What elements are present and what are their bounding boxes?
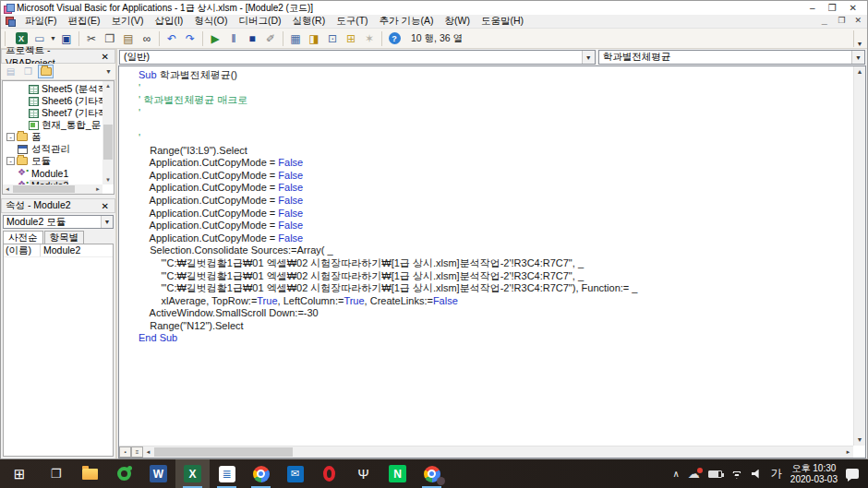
toolbar-options-button[interactable]: ▼ — [853, 30, 865, 47]
project-tree-vscrollbar[interactable]: ▲ ▼ — [102, 81, 114, 184]
menu-item[interactable]: 보기(V) — [105, 15, 149, 28]
find-icon[interactable]: ∞ — [138, 30, 156, 47]
scroll-down-icon[interactable]: ▼ — [102, 175, 114, 184]
scroll-up-icon[interactable]: ▲ — [854, 66, 865, 77]
battery-icon[interactable] — [708, 470, 722, 478]
menu-item[interactable]: 도움말(H) — [476, 15, 529, 28]
break-icon[interactable]: ‖ — [224, 30, 243, 47]
project-explorer-icon[interactable]: ▦ — [286, 30, 305, 47]
child-minimize-button[interactable]: ＿ — [820, 16, 828, 28]
menu-item[interactable]: 추가 기능(A) — [374, 15, 440, 28]
project-panel-titlebar[interactable]: 프로젝트 - VBAProject ✕ — [1, 49, 115, 64]
reset-icon[interactable]: ■ — [243, 30, 261, 47]
tree-item-Module1[interactable]: Module1 — [3, 167, 102, 179]
tree-item-현재_통합_문[interactable]: 현재_통합_문 — [3, 119, 102, 131]
ime-indicator[interactable]: 가 — [771, 466, 782, 482]
project-toolbar-overflow-icon[interactable]: ▼ — [105, 68, 114, 75]
scroll-up-icon[interactable]: ▲ — [102, 81, 114, 90]
minimize-button[interactable]: – — [810, 3, 815, 13]
help-icon[interactable]: ? — [385, 30, 404, 47]
redo-icon[interactable]: ↷ — [181, 30, 199, 47]
properties-panel-close-icon[interactable]: ✕ — [100, 201, 111, 211]
procedure-view-button[interactable]: ▪ — [119, 446, 131, 458]
cloud-sync-icon[interactable]: ☁ — [688, 467, 700, 481]
chevron-down-icon[interactable]: ▼ — [851, 51, 864, 64]
docs-app-icon[interactable]: ≣ — [210, 459, 244, 488]
recorder-app-icon[interactable] — [107, 459, 141, 488]
tree-item-Sheet6-(기타작[interactable]: Sheet6 (기타작 — [3, 95, 102, 107]
close-button[interactable]: ✕ — [850, 3, 857, 13]
code-line: Application.CutCopyMode = False — [139, 170, 853, 183]
tree-item-성적관리[interactable]: 성적관리 — [3, 143, 102, 155]
scroll-right-icon[interactable]: ► — [843, 446, 853, 458]
properties-object-select[interactable]: Module2 모듈 ▼ — [3, 215, 114, 229]
tree-item-폼[interactable]: -폼 — [3, 131, 102, 143]
restore-button[interactable]: ❐ — [828, 3, 837, 13]
properties-panel-titlebar[interactable]: 속성 - Module2 ✕ — [1, 198, 115, 213]
object-browser-icon[interactable]: ⊡ — [323, 30, 342, 47]
volume-icon[interactable] — [752, 470, 763, 479]
scroll-down-icon[interactable]: ▼ — [854, 434, 865, 446]
action-center-icon[interactable] — [846, 469, 859, 479]
toolbox-icon[interactable]: ⊞ — [342, 30, 360, 47]
mic-app-icon[interactable]: Ψ — [346, 459, 380, 488]
tree-item-모듈[interactable]: -모듈 — [3, 155, 102, 167]
undo-icon[interactable]: ↶ — [163, 30, 181, 47]
hidden-icons-chevron[interactable]: ∧ — [673, 469, 680, 479]
run-icon[interactable]: ▶ — [206, 30, 224, 47]
tree-item-label: Sheet7 (기타작 — [40, 107, 102, 119]
naver-app-icon[interactable]: N — [380, 459, 415, 488]
menu-item[interactable]: 삽입(I) — [149, 15, 188, 28]
menu-item[interactable]: 창(W) — [440, 15, 476, 28]
property-row[interactable]: (이름) Module2 — [4, 244, 113, 257]
opera-icon[interactable] — [312, 459, 346, 488]
menu-item[interactable]: 형식(O) — [188, 15, 233, 28]
task-view-button[interactable]: ❐ — [39, 459, 73, 488]
file-explorer-icon[interactable] — [73, 459, 107, 488]
menu-item[interactable]: 디버그(D) — [234, 15, 287, 28]
view-code-icon[interactable]: ▤ — [3, 65, 18, 78]
child-restore-button[interactable]: ❐ — [838, 16, 845, 28]
mail-icon[interactable]: ✉ — [278, 459, 312, 488]
chevron-down-icon[interactable]: ▼ — [582, 51, 595, 64]
paste-icon[interactable]: ▤ — [119, 30, 138, 47]
code-hscrollbar[interactable]: ◄ ► — [143, 446, 853, 458]
copy-icon[interactable]: ❐ — [101, 30, 119, 47]
scroll-left-icon[interactable]: ◄ — [3, 184, 12, 194]
control-wizard-icon[interactable]: ✶ — [360, 30, 379, 47]
chevron-down-icon[interactable]: ▼ — [49, 35, 57, 42]
code-vscrollbar[interactable]: ▲ ▼ — [853, 66, 865, 446]
menu-item[interactable]: 편집(E) — [62, 15, 105, 28]
menu-item[interactable]: 도구(T) — [331, 15, 373, 28]
properties-window-icon[interactable]: ◨ — [305, 30, 323, 47]
start-button[interactable]: ⊞ — [0, 459, 39, 488]
object-dropdown[interactable]: (일반) ▼ — [119, 50, 596, 65]
collapse-icon[interactable]: - — [6, 157, 15, 165]
project-tree-hscrollbar[interactable]: ◄ ► — [3, 184, 102, 194]
chevron-down-icon[interactable]: ▼ — [101, 216, 113, 228]
full-module-view-button[interactable]: ≡ — [131, 446, 143, 458]
tab-categorized[interactable]: 항목별 — [44, 231, 85, 244]
tab-alphabetic[interactable]: 사전순 — [3, 231, 43, 244]
chrome-profile-icon[interactable] — [415, 459, 449, 488]
excel-icon[interactable]: X — [175, 459, 210, 488]
menu-item[interactable]: 파일(F) — [19, 15, 62, 28]
code-text[interactable]: Sub 학과별전체평균()'' 학과별전체평균 매크로' ' Range("I3… — [119, 67, 853, 445]
collapse-icon[interactable]: - — [6, 133, 15, 141]
design-mode-icon[interactable]: ✐ — [261, 30, 280, 47]
procedure-dropdown[interactable]: 학과별전체평균 ▼ — [598, 50, 865, 65]
code-editor[interactable]: Sub 학과별전체평균()'' 학과별전체평균 매크로' ' Range("I3… — [118, 65, 866, 458]
tree-item-Sheet7-(기타작[interactable]: Sheet7 (기타작 — [3, 107, 102, 119]
menu-item[interactable]: 실행(R) — [287, 15, 332, 28]
wifi-icon[interactable] — [730, 469, 743, 479]
chrome-icon[interactable] — [244, 459, 278, 488]
clock[interactable]: 오후 10:30 2020-03-03 — [790, 463, 838, 485]
scroll-right-icon[interactable]: ► — [93, 184, 102, 194]
tree-item-Sheet5-(분석작[interactable]: Sheet5 (분석작 — [3, 83, 102, 95]
word-icon[interactable]: W — [141, 459, 175, 488]
child-close-button[interactable]: ✕ — [854, 16, 862, 28]
project-panel-close-icon[interactable]: ✕ — [100, 52, 111, 62]
view-object-icon[interactable]: ❐ — [20, 65, 36, 78]
scroll-left-icon[interactable]: ◄ — [143, 446, 153, 458]
toggle-folders-icon[interactable] — [38, 65, 54, 78]
